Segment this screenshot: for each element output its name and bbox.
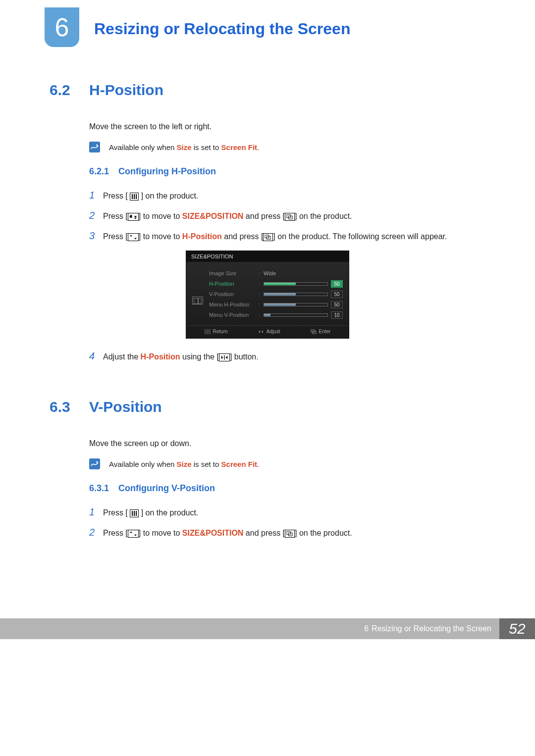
step: 1 Press [ ] on the product. — [89, 506, 485, 519]
osd-label: H-Position — [209, 281, 259, 287]
osd-panel: SIZE&POSITION Image Size : Wide H-Positi… — [186, 251, 349, 339]
subsection-number: 6.2.1 — [89, 166, 109, 176]
osd-title: SIZE&POSITION — [186, 251, 349, 262]
osd-slider: 50 — [264, 280, 343, 288]
osd-screenshot: SIZE&POSITION Image Size : Wide H-Positi… — [50, 251, 485, 339]
page-content: 6.2 H-Position Move the screen to the le… — [0, 47, 535, 539]
section-number: 6.2 — [50, 82, 89, 99]
chapter-header: 6 Resizing or Relocating the Screen — [0, 0, 535, 47]
footer-chapter: 6 Resizing or Relocating the Screen — [0, 618, 499, 639]
osd-label: V-Position — [209, 291, 259, 297]
section-number: 6.3 — [50, 399, 89, 415]
osd-enter-hint: Enter — [311, 329, 331, 334]
osd-slider-value: 10 — [331, 311, 343, 319]
chapter-title: Resizing or Relocating the Screen — [94, 7, 350, 38]
subsection-heading: 6.3.1 Configuring V-Position — [89, 483, 485, 494]
leftright-small-icon — [258, 329, 264, 334]
document-page: 6 Resizing or Relocating the Screen 6.2 … — [0, 0, 535, 639]
osd-row: Menu H-Position : 50 — [209, 301, 343, 308]
osd-label: Menu H-Position — [209, 302, 259, 307]
note: Available only when Size is set to Scree… — [89, 458, 485, 469]
menu-small-icon — [205, 329, 211, 334]
osd-slider: 50 — [264, 301, 343, 308]
step-number: 3 — [89, 230, 103, 242]
note-icon — [89, 458, 100, 469]
note-icon — [89, 142, 100, 152]
osd-value: Wide — [264, 270, 343, 276]
osd-slider-value: 50 — [331, 280, 343, 288]
page-footer: 6 Resizing or Relocating the Screen 52 — [0, 618, 535, 639]
step-text: Press [] to move to H-Position and press… — [103, 231, 485, 243]
osd-row-active: H-Position : 50 — [209, 280, 343, 288]
step-text: Press [ ] on the product. — [103, 190, 485, 202]
step-number: 2 — [89, 210, 103, 221]
section-title: H-Position — [89, 82, 163, 99]
step-text: Press [] to move to SIZE&POSITION and pr… — [103, 210, 485, 222]
step: 4 Adjust the H-Position using the [] but… — [89, 351, 485, 363]
step: 2 Press [] to move to SIZE&POSITION and … — [89, 527, 485, 539]
enter-small-icon — [311, 329, 317, 334]
enter-button-icon — [285, 213, 295, 221]
step: 3 Press [] to move to H-Position and pre… — [89, 230, 485, 243]
step-text: Press [ ] on the product. — [103, 507, 485, 519]
page-number: 52 — [499, 618, 535, 639]
step-number: 4 — [89, 351, 103, 362]
osd-label: Menu V-Position — [209, 312, 259, 318]
osd-return-hint: Return — [205, 329, 228, 334]
left-right-icon — [219, 353, 230, 361]
section-intro: Move the screen to the left or right. — [89, 121, 485, 133]
subsection-heading: 6.2.1 Configuring H-Position — [89, 166, 485, 177]
note-text: Available only when Size is set to Scree… — [109, 143, 259, 151]
osd-slider: 10 — [264, 311, 343, 319]
step: 2 Press [] to move to SIZE&POSITION and … — [89, 210, 485, 222]
enter-button-icon — [263, 233, 273, 241]
up-down-icon — [128, 233, 139, 241]
osd-row: Image Size : Wide — [209, 269, 343, 277]
osd-row: Menu V-Position : 10 — [209, 311, 343, 319]
step-number: 1 — [89, 506, 103, 518]
note-text: Available only when Size is set to Scree… — [109, 460, 259, 468]
chapter-number-tab: 6 — [45, 7, 79, 47]
osd-adjust-hint: Adjust — [258, 329, 280, 334]
step-list: 1 Press [ ] on the product. 2 Press [] t… — [89, 506, 485, 539]
note: Available only when Size is set to Scree… — [89, 142, 485, 152]
up-down-icon — [128, 213, 139, 221]
step-list: 1 Press [ ] on the product. 2 Press [] t… — [89, 190, 485, 243]
menu-button-icon — [130, 193, 139, 201]
osd-footer: Return Adjust Enter — [186, 325, 349, 335]
subsection-number: 6.3.1 — [89, 483, 109, 493]
osd-slider-value: 50 — [331, 291, 343, 298]
step-text: Press [] to move to SIZE&POSITION and pr… — [103, 527, 485, 539]
enter-button-icon — [285, 530, 295, 538]
section-heading: 6.3 V-Position — [50, 399, 485, 415]
osd-slider-value: 50 — [331, 301, 343, 308]
osd-label: Image Size — [209, 270, 259, 276]
menu-button-icon — [130, 509, 139, 517]
step-list: 4 Adjust the H-Position using the [] but… — [89, 351, 485, 363]
step-number: 1 — [89, 190, 103, 201]
subsection-title: Configuring V-Position — [118, 483, 215, 493]
step-number: 2 — [89, 527, 103, 538]
up-down-icon — [128, 530, 139, 538]
section-title: V-Position — [89, 399, 162, 415]
osd-row: V-Position : 50 — [209, 290, 343, 298]
osd-slider: 50 — [264, 291, 343, 298]
osd-category-icon — [192, 297, 203, 304]
section-intro: Move the screen up or down. — [89, 438, 485, 450]
step-text: Adjust the H-Position using the [] butto… — [103, 351, 485, 363]
step: 1 Press [ ] on the product. — [89, 190, 485, 202]
subsection-title: Configuring H-Position — [118, 166, 216, 176]
section-heading: 6.2 H-Position — [50, 82, 485, 99]
